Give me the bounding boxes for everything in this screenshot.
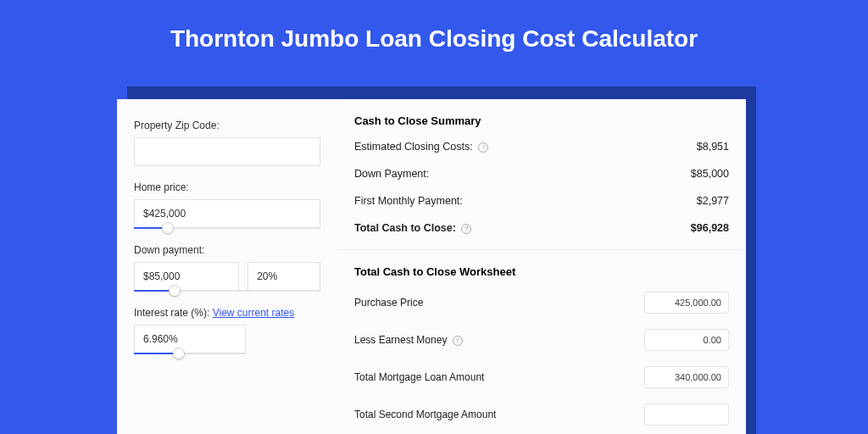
summary-label: Down Payment:: [354, 168, 429, 180]
interest-rate-slider[interactable]: [134, 353, 246, 354]
slider-thumb[interactable]: [162, 222, 174, 234]
worksheet-section: Total Cash to Close Worksheet Purchase P…: [337, 249, 746, 434]
ws-purchase-price-input[interactable]: [644, 292, 729, 314]
summary-total: Total Cash to Close: ? $96,928: [354, 222, 729, 234]
ws-purchase-price: Purchase Price: [354, 292, 729, 314]
summary-label: Estimated Closing Costs:: [354, 141, 473, 153]
interest-rate-label-text: Interest rate (%):: [134, 307, 209, 319]
interest-rate-input[interactable]: [134, 325, 246, 353]
ws-label: Total Second Mortgage Amount: [354, 409, 496, 420]
zip-label: Property Zip Code:: [134, 120, 320, 131]
ws-label: Less Earnest Money: [354, 334, 447, 346]
interest-rate-label: Interest rate (%): View current rates: [134, 307, 320, 319]
help-icon[interactable]: ?: [453, 336, 463, 346]
ws-less-earnest-input[interactable]: [644, 329, 729, 351]
summary-down-payment: Down Payment: $85,000: [354, 168, 729, 180]
home-price-slider[interactable]: [134, 227, 320, 229]
summary-value: $96,928: [691, 222, 729, 234]
down-payment-group: Down payment:: [134, 244, 320, 292]
summary-closing-costs: Estimated Closing Costs: ? $8,951: [354, 141, 729, 153]
slider-fill: [134, 353, 179, 354]
worksheet-title: Total Cash to Close Worksheet: [354, 265, 729, 278]
down-payment-input[interactable]: [134, 262, 239, 291]
ws-label: Purchase Price: [354, 297, 423, 309]
summary-label: First Monthly Payment:: [354, 195, 463, 207]
summary-value: $85,000: [691, 168, 729, 180]
summary-title: Cash to Close Summary: [354, 114, 729, 127]
zip-group: Property Zip Code:: [134, 120, 320, 166]
view-rates-link[interactable]: View current rates: [213, 307, 295, 319]
down-payment-slider[interactable]: [134, 290, 320, 292]
page-title: Thornton Jumbo Loan Closing Cost Calcula…: [0, 0, 868, 70]
help-icon[interactable]: ?: [461, 224, 471, 234]
calculator-card: Property Zip Code: Home price: Down paym…: [117, 99, 746, 434]
slider-thumb[interactable]: [169, 285, 181, 297]
ws-label: Total Mortgage Loan Amount: [354, 371, 484, 383]
home-price-group: Home price:: [134, 181, 320, 229]
down-payment-label: Down payment:: [134, 244, 320, 256]
interest-rate-group: Interest rate (%): View current rates: [134, 307, 320, 354]
help-icon[interactable]: ?: [478, 142, 488, 153]
ws-less-earnest: Less Earnest Money ?: [354, 329, 729, 351]
zip-input[interactable]: [134, 137, 320, 166]
home-price-input[interactable]: [134, 199, 320, 228]
ws-total-mortgage: Total Mortgage Loan Amount: [354, 366, 729, 388]
summary-label: Total Cash to Close:: [354, 222, 456, 234]
results-panel: Cash to Close Summary Estimated Closing …: [337, 99, 746, 434]
slider-thumb[interactable]: [173, 348, 185, 359]
summary-value: $2,977: [697, 195, 729, 207]
home-price-label: Home price:: [134, 181, 320, 193]
ws-second-mortgage-input[interactable]: [644, 403, 729, 426]
inputs-panel: Property Zip Code: Home price: Down paym…: [117, 99, 337, 434]
ws-second-mortgage: Total Second Mortgage Amount: [354, 403, 729, 426]
ws-total-mortgage-input[interactable]: [644, 366, 729, 388]
down-payment-pct-input[interactable]: [248, 262, 320, 291]
summary-value: $8,951: [697, 141, 729, 153]
summary-first-monthly: First Monthly Payment: $2,977: [354, 195, 729, 207]
